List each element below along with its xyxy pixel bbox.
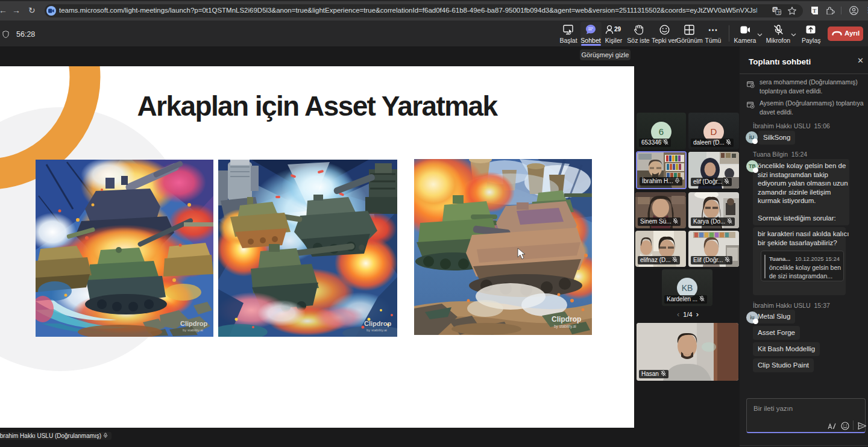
svg-text:by stability.ai: by stability.ai bbox=[183, 328, 203, 332]
svg-text:Clipdrop: Clipdrop bbox=[364, 320, 391, 327]
svg-text:文: 文 bbox=[777, 10, 781, 14]
svg-text:by stability.ai: by stability.ai bbox=[554, 324, 576, 329]
svg-text:Clipdrop: Clipdrop bbox=[180, 320, 207, 327]
svg-text:Clipdrop: Clipdrop bbox=[552, 315, 581, 324]
svg-text:by stability.ai: by stability.ai bbox=[366, 328, 387, 332]
svg-text:T: T bbox=[813, 8, 816, 14]
svg-text:29: 29 bbox=[614, 26, 621, 33]
